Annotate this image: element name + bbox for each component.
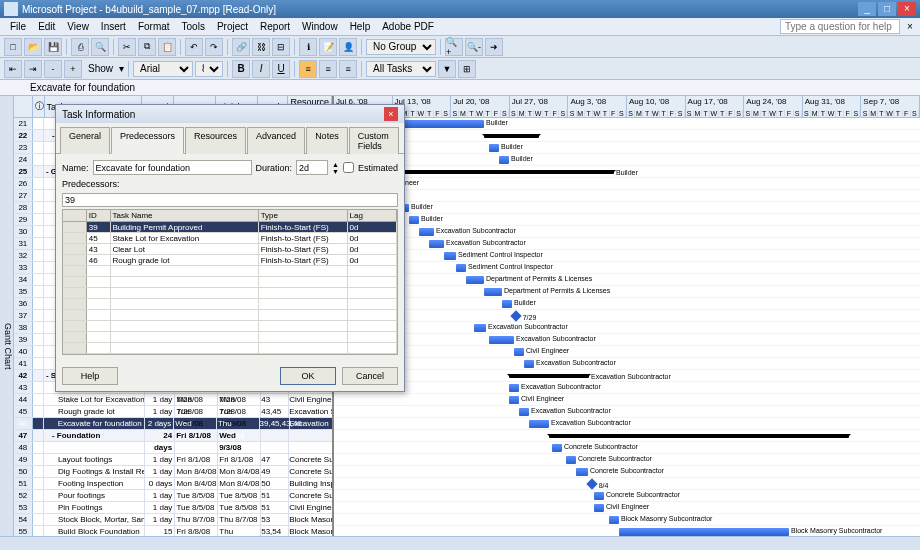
row-number[interactable]: 28 — [14, 202, 33, 213]
row-number[interactable]: 24 — [14, 154, 33, 165]
col-lag[interactable]: Lag — [348, 210, 397, 221]
table-row[interactable]: 49Layout footings1 dayFri 8/1/08Fri 8/1/… — [14, 454, 332, 466]
pred-type[interactable]: Finish-to-Start (FS) — [259, 233, 348, 243]
pred-lag[interactable]: 0d — [348, 244, 397, 254]
milestone[interactable]: 8/4 — [586, 478, 597, 489]
row-number[interactable]: 27 — [14, 190, 33, 201]
start-cell[interactable]: Mon 8/4/08 — [175, 478, 218, 489]
task-name-cell[interactable] — [44, 442, 145, 453]
task-bar[interactable]: Excavation Subcontractor — [524, 360, 534, 368]
row-number[interactable]: 21 — [14, 118, 33, 129]
align-left-icon[interactable]: ≡ — [299, 60, 317, 78]
link-icon[interactable]: 🔗 — [232, 38, 250, 56]
redo-icon[interactable]: ↷ — [205, 38, 223, 56]
tab-advanced[interactable]: Advanced — [247, 127, 305, 154]
zoom-out-icon[interactable]: 🔍- — [465, 38, 483, 56]
start-cell[interactable]: Fri 8/1/08 — [175, 430, 218, 441]
table-row[interactable]: 54Stock Block, Mortar, Sand1 dayThu 8/7/… — [14, 514, 332, 526]
table-row[interactable]: 44Stake Lot for Excavation1 dayMon 7/28/… — [14, 394, 332, 406]
pred-task[interactable]: Rough grade lot — [111, 255, 259, 265]
resource-cell[interactable]: Excavation — [290, 418, 332, 429]
row-number[interactable]: 33 — [14, 262, 33, 273]
predecessor-row-empty[interactable] — [63, 288, 397, 299]
task-name-cell[interactable]: Excavate for foundation — [44, 418, 145, 429]
row-number[interactable]: 49 — [14, 454, 33, 465]
task-bar[interactable]: Civil Engineer — [509, 396, 519, 404]
menu-edit[interactable]: Edit — [32, 19, 61, 34]
predecessor-row-empty[interactable] — [63, 310, 397, 321]
table-row[interactable]: 48 — [14, 442, 332, 454]
task-bar[interactable]: Concrete Subcontractor — [576, 468, 588, 476]
duration-cell[interactable]: 1 day — [145, 490, 175, 501]
task-name-cell[interactable]: Rough grade lot — [44, 406, 146, 417]
row-number[interactable]: 31 — [14, 238, 33, 249]
duration-cell[interactable]: 1 day — [145, 514, 175, 525]
milestone[interactable]: 7/29 — [510, 310, 521, 321]
copy-icon[interactable]: ⧉ — [138, 38, 156, 56]
task-bar[interactable]: Builder — [409, 216, 419, 224]
maximize-button[interactable]: □ — [878, 2, 896, 16]
row-number[interactable]: 50 — [14, 466, 33, 477]
row-number[interactable]: 32 — [14, 250, 33, 261]
menu-view[interactable]: View — [61, 19, 95, 34]
task-bar[interactable]: Civil Engineer — [594, 504, 604, 512]
row-number[interactable]: 40 — [14, 346, 33, 357]
row-number[interactable]: 55 — [14, 526, 33, 536]
task-name-cell[interactable]: Dig Footings & Install Reinforcing — [44, 466, 146, 477]
pred-id[interactable]: 43 — [87, 244, 111, 254]
duration-cell[interactable]: 2 days — [145, 418, 175, 429]
summary-bar[interactable]: Excavation Subcontractor — [509, 374, 589, 378]
menu-report[interactable]: Report — [254, 19, 296, 34]
resource-cell[interactable]: Civil Enginee — [289, 502, 332, 513]
menu-window[interactable]: Window — [296, 19, 344, 34]
assign-icon[interactable]: 👤 — [339, 38, 357, 56]
pred-task[interactable]: Clear Lot — [111, 244, 259, 254]
table-row[interactable]: 51Footing Inspection0 daysMon 8/4/08Mon … — [14, 478, 332, 490]
pred-cell[interactable]: 39,45,43,46 — [260, 418, 290, 429]
pred-type[interactable]: Finish-to-Start (FS) — [259, 255, 348, 265]
task-name-cell[interactable]: Stake Lot for Excavation — [44, 394, 146, 405]
estimated-checkbox[interactable] — [343, 162, 354, 173]
task-bar[interactable]: Builder — [502, 300, 512, 308]
pred-type[interactable]: Finish-to-Start (FS) — [259, 244, 348, 254]
row-number[interactable]: 42 — [14, 370, 33, 381]
outdent-icon[interactable]: ⇤ — [4, 60, 22, 78]
duration-input[interactable] — [296, 160, 328, 175]
row-number[interactable]: 53 — [14, 502, 33, 513]
row-number[interactable]: 47 — [14, 430, 33, 441]
pred-id[interactable]: 39 — [87, 222, 111, 232]
autofilter-icon[interactable]: ▼ — [438, 60, 456, 78]
start-cell[interactable]: Wed 7/30/08 — [174, 418, 217, 429]
col-type[interactable]: Type — [259, 210, 348, 221]
predecessor-row-empty[interactable] — [63, 266, 397, 277]
predecessor-row[interactable]: 39Building Permit ApprovedFinish-to-Star… — [63, 222, 397, 233]
task-bar[interactable]: Excavation Subcontractor — [429, 240, 444, 248]
row-number[interactable]: 51 — [14, 478, 33, 489]
duration-cell[interactable]: 1 day — [145, 466, 175, 477]
open-icon[interactable]: 📂 — [24, 38, 42, 56]
task-bar[interactable]: Sediment Control Inspector — [456, 264, 466, 272]
task-name-cell[interactable]: Pin Footings — [44, 502, 146, 513]
resource-cell[interactable] — [289, 442, 332, 453]
predecessor-row[interactable]: 46Rough grade lotFinish-to-Start (FS)0d — [63, 255, 397, 266]
gantt-chart[interactable]: Jul 6, '08SMTWTFSJul 13, '08SMTWTFSJul 2… — [334, 96, 920, 536]
pred-cell[interactable]: 43 — [261, 394, 289, 405]
indent-icon[interactable]: ⇥ — [24, 60, 42, 78]
pred-cell[interactable]: 49 — [261, 466, 289, 477]
pred-lag[interactable]: 0d — [348, 233, 397, 243]
pred-id[interactable]: 45 — [87, 233, 111, 243]
tab-custom[interactable]: Custom Fields — [349, 127, 399, 154]
task-bar[interactable]: Department of Permits & Licenses — [466, 276, 484, 284]
task-bar[interactable]: Excavation Subcontractor — [419, 228, 434, 236]
duration-cell[interactable] — [145, 442, 175, 453]
row-number[interactable]: 44 — [14, 394, 33, 405]
collapse-icon[interactable]: - — [44, 60, 62, 78]
task-name-cell[interactable]: Pour footings — [44, 490, 146, 501]
row-number[interactable]: 34 — [14, 274, 33, 285]
cancel-button[interactable]: Cancel — [342, 367, 398, 385]
underline-icon[interactable]: U — [272, 60, 290, 78]
row-number[interactable]: 26 — [14, 178, 33, 189]
summary-bar[interactable] — [549, 434, 849, 438]
table-row[interactable]: 47- Foundation24 daysFri 8/1/08Wed 9/3/0… — [14, 430, 332, 442]
close-button[interactable]: × — [898, 2, 916, 16]
